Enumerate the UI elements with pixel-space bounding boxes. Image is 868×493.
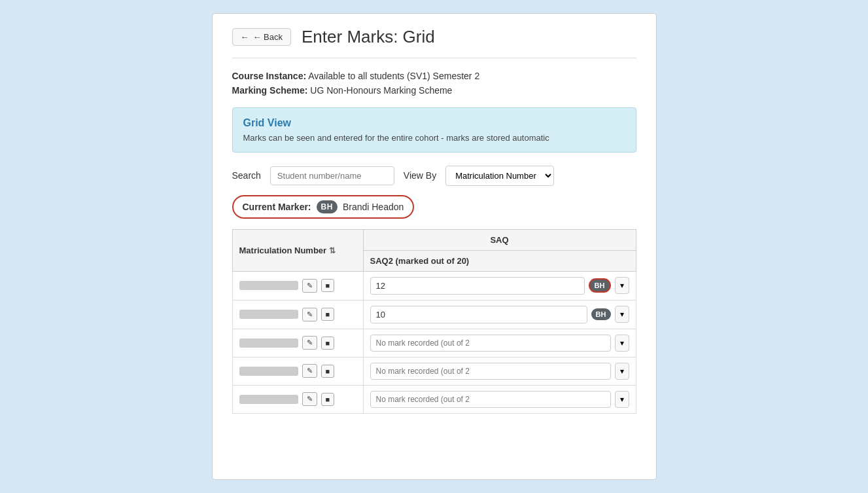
current-marker-badge: BH [317,200,338,213]
mark-input[interactable] [370,335,611,352]
saq-group-header: SAQ [363,229,636,250]
mark-cell: ▾ [363,329,636,357]
mark-input[interactable] [370,306,587,323]
mark-dropdown-button[interactable]: ▾ [615,277,629,294]
back-arrow-icon: ← [241,32,249,42]
mark-dropdown-button[interactable]: ▾ [615,306,629,323]
matric-blurred-value [239,367,298,376]
marking-scheme-value: UG Non-Honours Marking Scheme [310,85,452,96]
grid-view-box: Grid View Marks can be seen and entered … [232,107,636,153]
pencil-button[interactable]: ✎ [302,308,317,321]
header-row: ← ← Back Enter Marks: Grid [232,27,636,58]
table-body: ✎ ■ BH ▾ ✎ ■ BH ▾ ✎ [232,271,636,413]
mark-input[interactable] [370,363,611,380]
mark-dropdown-button[interactable]: ▾ [615,335,629,352]
matric-cell: ✎ ■ [232,357,363,385]
back-button[interactable]: ← ← Back [232,28,292,46]
marking-scheme-label: Marking Scheme: [232,85,308,96]
square-button[interactable]: ■ [321,365,335,378]
mark-dropdown-button[interactable]: ▾ [615,391,629,408]
pencil-button[interactable]: ✎ [302,392,317,406]
mark-cell: ▾ [363,357,636,385]
mark-input[interactable] [370,391,611,408]
current-marker-label: Current Marker: [243,202,311,212]
table-row: ✎ ■ ▾ [232,357,636,385]
sort-icon[interactable]: ⇅ [329,246,336,255]
square-button[interactable]: ■ [321,393,335,406]
table-row: ✎ ■ ▾ [232,329,636,357]
page-container: ← ← Back Enter Marks: Grid Course Instan… [212,13,657,480]
matric-blurred-value [239,395,298,404]
mark-input[interactable] [370,277,585,295]
matric-blurred-value [239,281,298,290]
page-title: Enter Marks: Grid [302,27,435,47]
current-marker-row: Current Marker: BH Brandi Headon [232,195,636,219]
viewby-label: View By [404,170,436,181]
pencil-button[interactable]: ✎ [302,364,317,378]
current-marker-oval: Current Marker: BH Brandi Headon [232,195,415,219]
marker-badge: BH [589,278,611,293]
square-button[interactable]: ■ [321,308,335,321]
mark-cell: ▾ [363,385,636,413]
search-input[interactable] [270,166,394,185]
table-row: ✎ ■ BH ▾ [232,300,636,329]
mark-dropdown-button[interactable]: ▾ [615,363,629,380]
course-instance-label: Course Instance: [232,71,307,81]
matric-blurred-value [239,310,298,319]
square-button[interactable]: ■ [321,337,335,350]
course-instance-value: Available to all students (SV1) Semester… [308,71,479,81]
matric-cell: ✎ ■ [232,385,363,413]
current-marker-name: Brandi Headon [343,202,404,212]
col-matric-label: Matriculation Number [239,246,327,255]
mark-cell: BH ▾ [363,300,636,329]
matric-cell: ✎ ■ [232,300,363,329]
grid-table: Matriculation Number ⇅ SAQ SAQ2 (marked … [232,229,636,414]
col-saq-header: SAQ2 (marked out of 20) [363,250,636,271]
search-row: Search View By Matriculation Number Name… [232,166,636,186]
col-matric-header: Matriculation Number ⇅ [232,229,363,271]
table-header-group: Matriculation Number ⇅ SAQ [232,229,636,250]
grid-view-title: Grid View [243,117,625,129]
grid-view-description: Marks can be seen and entered for the en… [243,133,625,143]
mark-cell: BH ▾ [363,271,636,300]
matric-blurred-value [239,338,298,348]
course-instance-line: Course Instance: Available to all studen… [232,69,636,83]
search-label: Search [232,170,261,181]
table-row: ✎ ■ ▾ [232,385,636,413]
marker-badge: BH [591,308,611,320]
back-label: ← Back [253,32,283,42]
matric-cell: ✎ ■ [232,271,363,300]
square-button[interactable]: ■ [321,279,335,292]
viewby-select[interactable]: Matriculation Number Name Student Number [445,166,554,186]
pencil-button[interactable]: ✎ [302,279,317,293]
matric-cell: ✎ ■ [232,329,363,357]
pencil-button[interactable]: ✎ [302,336,317,350]
course-info: Course Instance: Available to all studen… [232,69,636,98]
table-row: ✎ ■ BH ▾ [232,271,636,300]
marking-scheme-line: Marking Scheme: UG Non-Honours Marking S… [232,83,636,98]
